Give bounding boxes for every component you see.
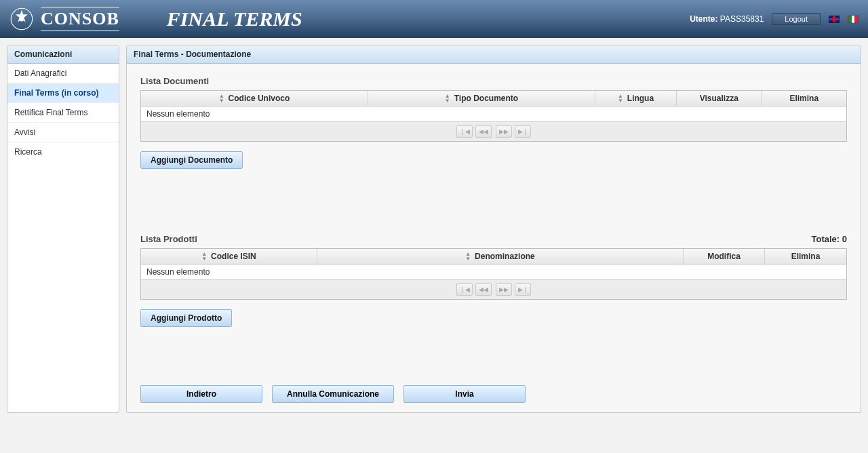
user-value: PASS35831 bbox=[720, 14, 764, 24]
documents-pager: ❘◀ ◀◀ ▶▶ ▶❘ bbox=[141, 121, 846, 141]
footer-buttons: Indietro Annulla Comunicazione Invia bbox=[140, 385, 847, 403]
add-product-button[interactable]: Aggiungi Prodotto bbox=[140, 309, 232, 327]
col-lingua[interactable]: ▲▼ Lingua bbox=[595, 91, 677, 106]
sidebar-item-final-terms[interactable]: Final Terms (in corso) bbox=[7, 83, 119, 103]
col-elimina[interactable]: Elimina bbox=[762, 91, 847, 106]
pager-first-button[interactable]: ❘◀ bbox=[456, 283, 473, 296]
sort-icon: ▲▼ bbox=[445, 94, 450, 103]
sidebar-title: Comunicazioni bbox=[7, 45, 119, 64]
header-right: Utente: PASS35831 Logout bbox=[690, 13, 859, 25]
main-panel: Final Terms - Documentazione Lista Docum… bbox=[126, 45, 861, 413]
products-pager: ❘◀ ◀◀ ▶▶ ▶❘ bbox=[141, 279, 846, 299]
app-title: FINAL TERMS bbox=[167, 7, 302, 31]
col-codice-univoco[interactable]: ▲▼ Codice Univoco bbox=[141, 91, 368, 106]
pager-prev-button[interactable]: ◀◀ bbox=[475, 283, 492, 296]
pager-last-button[interactable]: ▶❘ bbox=[515, 125, 531, 138]
documents-grid: ▲▼ Codice Univoco ▲▼ Tipo Documento ▲▼ L… bbox=[140, 90, 847, 142]
sidebar-item-avvisi[interactable]: Avvisi bbox=[7, 123, 119, 142]
sidebar-item-dati-anagrafici[interactable]: Dati Anagrafici bbox=[7, 64, 119, 83]
user-info: Utente: PASS35831 bbox=[690, 14, 764, 24]
col-elimina-prod[interactable]: Elimina bbox=[765, 249, 846, 264]
sidebar-item-rettifica[interactable]: Rettifica Final Terms bbox=[7, 103, 119, 123]
brand-text: CONSOB bbox=[41, 7, 119, 31]
products-empty-row: Nessun elemento bbox=[141, 264, 846, 279]
col-tipo-documento[interactable]: ▲▼ Tipo Documento bbox=[368, 91, 595, 106]
logout-button[interactable]: Logout bbox=[772, 13, 821, 25]
flag-uk-icon[interactable] bbox=[829, 16, 840, 23]
svg-point-1 bbox=[20, 17, 24, 22]
documents-grid-header: ▲▼ Codice Univoco ▲▼ Tipo Documento ▲▼ L… bbox=[141, 91, 846, 106]
col-codice-isin[interactable]: ▲▼ Codice ISIN bbox=[141, 249, 317, 264]
col-modifica[interactable]: Modifica bbox=[684, 249, 765, 264]
pager-first-button[interactable]: ❘◀ bbox=[456, 125, 473, 138]
pager-last-button[interactable]: ▶❘ bbox=[515, 283, 531, 296]
main-panel-title: Final Terms - Documentazione bbox=[127, 45, 861, 64]
documents-empty-row: Nessun elemento bbox=[141, 106, 846, 121]
sort-icon: ▲▼ bbox=[618, 94, 623, 103]
sort-icon: ▲▼ bbox=[465, 252, 471, 261]
sidebar: Comunicazioni Dati Anagrafici Final Term… bbox=[7, 45, 119, 413]
pager-prev-button[interactable]: ◀◀ bbox=[475, 125, 492, 138]
sort-icon: ▲▼ bbox=[219, 94, 224, 103]
pager-next-button[interactable]: ▶▶ bbox=[496, 125, 512, 138]
user-label: Utente: bbox=[690, 14, 717, 24]
logo-area: CONSOB bbox=[9, 7, 119, 31]
products-grid-header: ▲▼ Codice ISIN ▲▼ Denominazione Modifica… bbox=[141, 249, 846, 264]
app-header: CONSOB FINAL TERMS Utente: PASS35831 Log… bbox=[0, 0, 868, 38]
col-denominazione[interactable]: ▲▼ Denominazione bbox=[317, 249, 684, 264]
pager-next-button[interactable]: ▶▶ bbox=[496, 283, 512, 296]
sidebar-item-ricerca[interactable]: Ricerca bbox=[7, 142, 119, 161]
sort-icon: ▲▼ bbox=[201, 252, 207, 261]
add-document-button[interactable]: Aggiungi Documento bbox=[140, 151, 243, 169]
products-grid: ▲▼ Codice ISIN ▲▼ Denominazione Modifica… bbox=[140, 248, 847, 300]
documents-section-title: Lista Documenti bbox=[140, 76, 847, 86]
col-visualizza[interactable]: Visualizza bbox=[677, 91, 762, 106]
products-section-title: Lista Prodotti bbox=[140, 234, 197, 244]
products-total: Totale: 0 bbox=[811, 234, 847, 244]
consob-emblem-icon bbox=[9, 7, 34, 31]
flag-it-icon[interactable] bbox=[848, 16, 859, 23]
back-button[interactable]: Indietro bbox=[140, 385, 262, 403]
send-button[interactable]: Invia bbox=[403, 385, 526, 403]
cancel-communication-button[interactable]: Annulla Comunicazione bbox=[272, 385, 394, 403]
